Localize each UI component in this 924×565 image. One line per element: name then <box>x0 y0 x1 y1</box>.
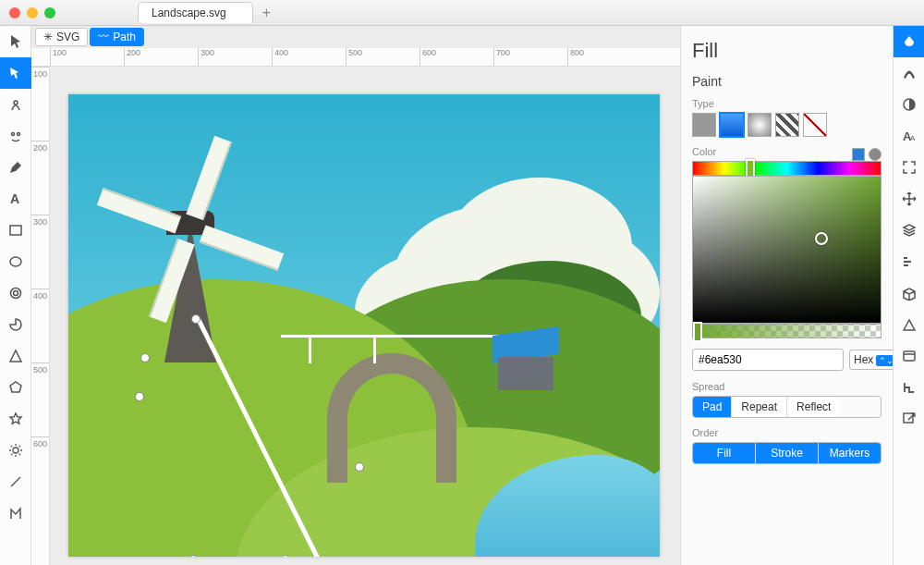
svg-line-9 <box>11 477 20 486</box>
fullscreen-button[interactable] <box>894 152 924 183</box>
polygon-tool[interactable] <box>0 372 31 403</box>
add-point-tool[interactable] <box>0 89 31 120</box>
typography-panel-button[interactable]: AA <box>894 120 924 152</box>
ruler-tick: 100 <box>50 48 124 66</box>
path-tool[interactable] <box>0 497 31 529</box>
fill-type-linear[interactable] <box>720 113 744 137</box>
svg-point-5 <box>10 257 21 266</box>
spread-reflect[interactable]: Reflect <box>787 397 840 417</box>
crumb-svg-label: SVG <box>56 31 79 43</box>
color-stop-2[interactable] <box>869 148 881 161</box>
color-mode-label: Hex <box>854 353 873 366</box>
new-tab-button[interactable]: + <box>262 5 271 21</box>
spread-pad[interactable]: Pad <box>693 397 732 417</box>
order-segment: Fill Stroke Markers <box>692 442 881 464</box>
path-node[interactable] <box>355 462 364 472</box>
svg-point-1 <box>12 133 15 136</box>
geometry-panel-button[interactable] <box>894 309 924 340</box>
sv-thumb[interactable] <box>815 232 828 245</box>
path-node[interactable] <box>191 314 201 324</box>
ruler-tick: 600 <box>31 436 49 510</box>
svg-rect-18 <box>904 413 913 423</box>
pie-tool[interactable] <box>0 309 31 340</box>
alpha-slider[interactable] <box>692 324 881 338</box>
breadcrumb: ✳ SVG 〰 Path <box>31 26 680 48</box>
svg-point-0 <box>14 101 18 104</box>
fill-type-radial[interactable] <box>748 113 772 137</box>
svg-rect-17 <box>904 351 915 361</box>
path-node[interactable] <box>135 392 144 401</box>
type-label: Type <box>692 98 881 109</box>
align-panel-button[interactable] <box>894 246 924 277</box>
order-label: Order <box>692 427 881 438</box>
ruler-horizontal: 100 200 300 400 500 600 700 800 <box>31 48 680 67</box>
library-panel-button[interactable] <box>894 277 924 309</box>
order-fill[interactable]: Fill <box>693 443 756 463</box>
color-mode-select[interactable]: Hex⌃⌄ <box>849 350 893 370</box>
contrast-panel-button[interactable] <box>894 89 924 120</box>
document-tab[interactable]: Landscape.svg <box>138 2 253 23</box>
move-panel-button[interactable] <box>894 183 924 215</box>
fill-type-solid[interactable] <box>692 113 716 137</box>
star-tool[interactable] <box>0 403 31 435</box>
line-tool[interactable] <box>0 466 31 497</box>
ruler-tick: 300 <box>198 48 272 66</box>
panel-title: Fill <box>692 39 881 63</box>
crumb-path-label: Path <box>113 31 136 43</box>
fill-type-row <box>692 113 881 137</box>
svg-rect-15 <box>904 261 911 263</box>
saturation-value-picker[interactable] <box>692 176 881 324</box>
export-button[interactable] <box>894 403 924 435</box>
minimize-window[interactable] <box>27 7 38 18</box>
transform-panel-button[interactable] <box>894 372 924 403</box>
layers-panel-button[interactable] <box>894 215 924 246</box>
node-tool[interactable] <box>0 57 31 89</box>
svg-text:A: A <box>10 191 19 206</box>
order-markers[interactable]: Markers <box>819 443 881 463</box>
crumb-path[interactable]: 〰 Path <box>90 28 144 46</box>
hex-input[interactable] <box>692 349 844 371</box>
hex-row: Hex⌃⌄ <box>692 348 881 372</box>
color-stop-1[interactable] <box>852 148 865 161</box>
ruler-tick: 300 <box>31 215 49 289</box>
text-tool[interactable]: A <box>0 183 31 215</box>
paint-heading: Paint <box>692 74 881 89</box>
select-tool[interactable] <box>0 26 31 57</box>
maximize-window[interactable] <box>44 7 55 18</box>
ring-tool[interactable] <box>0 277 31 309</box>
titlebar: Landscape.svg + <box>0 0 924 26</box>
order-stroke[interactable]: Stroke <box>756 443 819 463</box>
close-window[interactable] <box>9 7 20 18</box>
path-icon: 〰 <box>98 31 109 43</box>
svg-point-6 <box>11 289 21 299</box>
ruler-tick: 500 <box>346 48 419 66</box>
ruler-tick: 700 <box>493 48 567 66</box>
canvas[interactable] <box>68 94 660 557</box>
ellipse-tool[interactable] <box>0 246 31 277</box>
code-panel-button[interactable] <box>894 340 924 372</box>
canvas-viewport[interactable] <box>31 67 680 565</box>
fill-type-pattern[interactable] <box>775 113 799 137</box>
rectangle-tool[interactable] <box>0 215 31 246</box>
svg-point-7 <box>14 291 18 296</box>
path-node[interactable] <box>140 353 150 362</box>
crumb-svg[interactable]: ✳ SVG <box>35 28 88 46</box>
alpha-thumb[interactable] <box>693 322 702 342</box>
ruler-tick: 200 <box>124 48 198 66</box>
triangle-tool[interactable] <box>0 340 31 372</box>
remove-point-tool[interactable] <box>0 120 31 152</box>
hue-slider[interactable] <box>692 161 881 176</box>
fill-panel-button[interactable] <box>894 26 924 57</box>
fill-type-none[interactable] <box>803 113 827 137</box>
window-controls <box>9 7 55 18</box>
gear-tool[interactable] <box>0 435 31 466</box>
svg-point-8 <box>13 448 18 453</box>
svg-rect-14 <box>904 257 907 259</box>
spread-repeat[interactable]: Repeat <box>732 397 787 417</box>
svg-rect-4 <box>10 226 21 235</box>
ruler-tick: 400 <box>272 48 346 66</box>
pen-tool[interactable] <box>0 152 31 183</box>
canvas-area: ✳ SVG 〰 Path 100 200 300 400 500 600 700… <box>31 26 680 565</box>
stroke-panel-button[interactable] <box>894 57 924 89</box>
ruler-tick: 600 <box>419 48 493 66</box>
